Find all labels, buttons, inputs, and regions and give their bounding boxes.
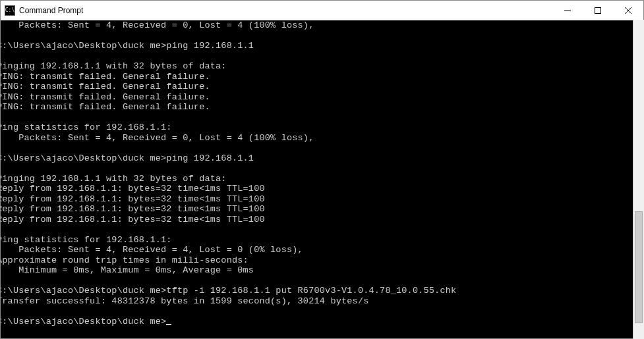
terminal-line: PING: transmit failed. General failure. <box>1 92 643 103</box>
command-prompt-window: C:\ Command Prompt Packets: Sent = 4, Re… <box>0 0 644 339</box>
close-icon <box>625 7 631 14</box>
svg-rect-1 <box>595 7 601 13</box>
window-controls <box>552 1 643 20</box>
terminal-line <box>1 143 643 153</box>
close-button[interactable] <box>613 1 643 20</box>
terminal-line: C:\Users\ajaco\Desktop\duck me> <box>1 317 643 327</box>
terminal-line: Minimum = 0ms, Maximum = 0ms, Average = … <box>1 265 643 276</box>
terminal-line: PING: transmit failed. General failure. <box>1 72 643 82</box>
terminal-line: PING: transmit failed. General failure. <box>1 82 643 92</box>
terminal-line: C:\Users\ajaco\Desktop\duck me>ping 192.… <box>1 153 643 164</box>
terminal-line: C:\Users\ajaco\Desktop\duck me>ping 192.… <box>1 41 643 51</box>
window-title: Command Prompt <box>19 6 552 15</box>
terminal-line: Pinging 192.168.1.1 with 32 bytes of dat… <box>1 61 643 72</box>
minimize-icon <box>564 7 571 14</box>
terminal-line <box>1 163 643 174</box>
terminal-line: Packets: Sent = 4, Received = 0, Lost = … <box>1 133 643 143</box>
terminal-line: Packets: Sent = 4, Received = 4, Lost = … <box>1 245 643 255</box>
terminal-line: Ping statistics for 192.168.1.1: <box>1 122 643 133</box>
terminal-line <box>1 276 643 286</box>
maximize-button[interactable] <box>583 1 613 20</box>
terminal-line <box>1 306 643 317</box>
terminal-content: Packets: Sent = 4, Received = 0, Lost = … <box>1 20 643 326</box>
terminal-line: Reply from 192.168.1.1: bytes=32 time<1m… <box>1 184 643 194</box>
minimize-button[interactable] <box>552 1 583 20</box>
terminal-line <box>1 224 643 235</box>
titlebar[interactable]: C:\ Command Prompt <box>1 1 643 20</box>
terminal-line: Reply from 192.168.1.1: bytes=32 time<1m… <box>1 215 643 225</box>
terminal-line: Pinging 192.168.1.1 with 32 bytes of dat… <box>1 174 643 184</box>
terminal-line <box>1 51 643 62</box>
app-icon: C:\ <box>5 5 15 16</box>
maximize-icon <box>595 7 601 14</box>
terminal-line <box>1 31 643 41</box>
scrollbar-thumb[interactable] <box>635 211 643 323</box>
terminal-line: Reply from 192.168.1.1: bytes=32 time<1m… <box>1 194 643 205</box>
terminal-line: PING: transmit failed. General failure. <box>1 102 643 113</box>
terminal-line: Ping statistics for 192.168.1.1: <box>1 235 643 246</box>
cursor <box>166 324 171 325</box>
terminal-line <box>1 113 643 123</box>
terminal-line: Packets: Sent = 4, Received = 0, Lost = … <box>1 20 643 31</box>
terminal-line: Approximate round trip times in milli-se… <box>1 255 643 266</box>
terminal-line: Reply from 192.168.1.1: bytes=32 time<1m… <box>1 204 643 215</box>
terminal-line: Transfer successful: 48312378 bytes in 1… <box>1 296 643 307</box>
terminal-line: C:\Users\ajaco\Desktop\duck me>tftp -i 1… <box>1 286 643 296</box>
scrollbar[interactable] <box>633 20 644 339</box>
terminal-area[interactable]: Packets: Sent = 4, Received = 0, Lost = … <box>1 20 643 338</box>
